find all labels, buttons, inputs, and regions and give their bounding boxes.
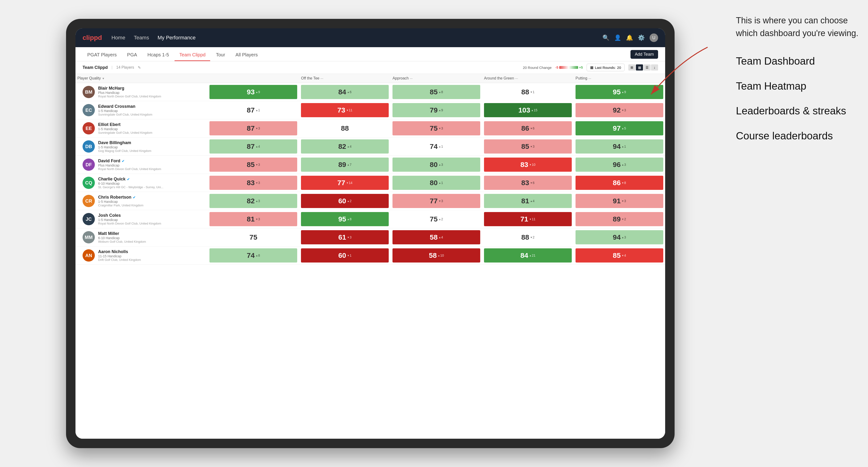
score-delta: ▼3 xyxy=(530,145,534,148)
score-delta: ▲9 xyxy=(256,90,260,94)
tab-all-players[interactable]: All Players xyxy=(231,52,262,61)
player-name: Chris Robertson ✔ xyxy=(98,195,144,200)
score-value: 85 xyxy=(613,251,621,259)
tab-pga[interactable]: PGA xyxy=(122,52,142,61)
score-value: 84 xyxy=(338,88,346,96)
table-row[interactable]: EC Edward Crossman 1-5 Handicap Sunningd… xyxy=(75,101,665,119)
score-cell-tee-1: 73 ▼11 xyxy=(299,101,391,119)
score-box: 91 ▼3 xyxy=(576,194,663,208)
score-cell-quality-4: 85 ▼3 xyxy=(208,156,299,174)
score-value: 94 xyxy=(613,143,621,151)
score-delta: ▲4 xyxy=(256,145,260,148)
team-name-label: Team Clippd xyxy=(83,65,108,70)
score-cell-tee-2: 88 xyxy=(299,119,391,137)
player-handicap: 1-5 Handicap xyxy=(98,218,161,222)
score-box: 83 ▼6 xyxy=(484,176,572,190)
player-club: Sunningdale Golf Club, United Kingdom xyxy=(98,131,152,134)
tab-team-clippd[interactable]: Team Clippd xyxy=(175,52,210,61)
player-name: Charlie Quick ✔ xyxy=(98,177,163,182)
player-name: Elliot Ebert xyxy=(98,122,152,127)
score-cell-putting-5: 86 ▼8 xyxy=(574,174,665,192)
score-value: 84 xyxy=(520,251,528,259)
score-value: 60 xyxy=(338,197,346,205)
player-name: Josh Coles xyxy=(98,213,161,218)
player-avatar: DB xyxy=(83,140,95,153)
score-value: 87 xyxy=(247,106,254,114)
table-row[interactable]: CQ Charlie Quick ✔ 6-10 Handicap St. Geo… xyxy=(75,174,665,192)
score-delta: ▼3 xyxy=(256,217,260,221)
score-box: 97 ▲5 xyxy=(576,121,663,135)
score-cell-tee-9: 60 ▼1 xyxy=(299,247,391,264)
score-box: 82 ▲4 xyxy=(301,139,389,154)
table-row[interactable]: AN Aaron Nicholls 11-15 Handicap Drift G… xyxy=(75,247,665,264)
notifications-icon[interactable]: 🔔 xyxy=(626,34,633,41)
player-club: St. George's Hill GC - Weybridge - Surre… xyxy=(98,185,163,189)
player-count-label: 14 Players xyxy=(116,65,134,69)
player-name: Blair McHarg xyxy=(98,86,161,91)
player-info: Blair McHarg Plus Handicap Royal North D… xyxy=(98,86,161,98)
score-value: 73 xyxy=(337,106,345,114)
score-box: 79 ▲9 xyxy=(393,103,480,117)
score-box: 75 xyxy=(210,230,297,244)
player-info: Charlie Quick ✔ 6-10 Handicap St. George… xyxy=(98,177,163,189)
score-value: 75 xyxy=(250,233,257,241)
avatar[interactable]: U xyxy=(650,33,658,42)
score-value: 81 xyxy=(247,215,254,223)
table-row[interactable]: CR Chris Robertson ✔ 1-5 Handicap Craigm… xyxy=(75,192,665,210)
score-value: 94 xyxy=(613,233,621,241)
table-row[interactable]: BM Blair McHarg Plus Handicap Royal Nort… xyxy=(75,83,665,101)
score-cell-putting-6: 91 ▼3 xyxy=(574,192,665,210)
score-value: 71 xyxy=(520,215,528,223)
table-row[interactable]: EE Elliot Ebert 1-5 Handicap Sunningdale… xyxy=(75,119,665,137)
player-cell-1: EC Edward Crossman 1-5 Handicap Sunningd… xyxy=(75,101,208,119)
score-delta: ▼3 xyxy=(621,199,626,203)
score-value: 81 xyxy=(521,197,529,205)
nav-teams[interactable]: Teams xyxy=(134,35,149,41)
score-box: 71 ▼11 xyxy=(484,212,572,226)
player-table: Player Quality ▼ Off the Tee — Approach … xyxy=(75,74,665,264)
score-delta: ▼4 xyxy=(621,253,626,257)
search-icon[interactable]: 🔍 xyxy=(602,34,610,41)
table-row[interactable]: DF David Ford ✔ Plus Handicap Royal Nort… xyxy=(75,156,665,174)
player-handicap: 1-5 Handicap xyxy=(98,145,151,149)
score-cell-tee-3: 82 ▲4 xyxy=(299,137,391,156)
tab-hcaps[interactable]: Hcaps 1-5 xyxy=(143,52,174,61)
score-value: 89 xyxy=(613,215,621,223)
score-value: 75 xyxy=(430,124,437,132)
col-header-player: Player Quality ▼ xyxy=(75,74,208,83)
score-value: 89 xyxy=(338,161,346,168)
tab-pgat-players[interactable]: PGAT Players xyxy=(83,52,121,61)
person-icon[interactable]: 👤 xyxy=(614,34,621,41)
nav-icons: 🔍 👤 🔔 ⚙️ U xyxy=(602,33,658,42)
score-value: 95 xyxy=(338,215,346,223)
score-cell-approach-9: 58 ▲10 xyxy=(391,247,482,264)
player-club: Drift Golf Club, United Kingdom xyxy=(98,258,141,261)
table-row[interactable]: DB Dave Billingham 1-5 Handicap Gog Mago… xyxy=(75,137,665,156)
score-box: 80 ▲1 xyxy=(393,176,480,190)
score-cell-tee-4: 89 ▲7 xyxy=(299,156,391,174)
nav-my-performance[interactable]: My Performance xyxy=(158,35,195,41)
score-value: 77 xyxy=(337,179,345,187)
score-delta: ▼11 xyxy=(529,217,535,221)
score-box: 87 ▲1 xyxy=(210,103,297,117)
table-row[interactable]: JC Josh Coles 1-5 Handicap Royal North D… xyxy=(75,210,665,228)
score-box: 83 ▼10 xyxy=(484,158,572,172)
score-box: 77 ▼3 xyxy=(393,194,480,208)
edit-icon[interactable]: ✎ xyxy=(138,65,141,70)
score-value: 79 xyxy=(430,106,437,114)
player-name: Matt Miller xyxy=(98,231,146,236)
nav-home[interactable]: Home xyxy=(111,35,125,41)
player-handicap: 11-15 Handicap xyxy=(98,254,141,258)
score-delta: ▼8 xyxy=(621,181,626,185)
table-row[interactable]: MM Matt Miller 6-10 Handicap Woburn Golf… xyxy=(75,228,665,247)
score-delta: ▼3 xyxy=(256,181,260,185)
tab-tour[interactable]: Tour xyxy=(211,52,230,61)
score-delta: ▲8 xyxy=(347,217,352,221)
score-box: 82 ▲3 xyxy=(210,194,297,208)
score-cell-quality-0: 93 ▲9 xyxy=(208,83,299,101)
player-club: Sunningdale Golf Club, United Kingdom xyxy=(98,113,152,116)
score-cell-green-7: 71 ▼11 xyxy=(482,210,574,228)
settings-icon[interactable]: ⚙️ xyxy=(638,34,645,41)
score-cell-tee-5: 77 ▼14 xyxy=(299,174,391,192)
score-delta: ▲10 xyxy=(438,253,444,257)
